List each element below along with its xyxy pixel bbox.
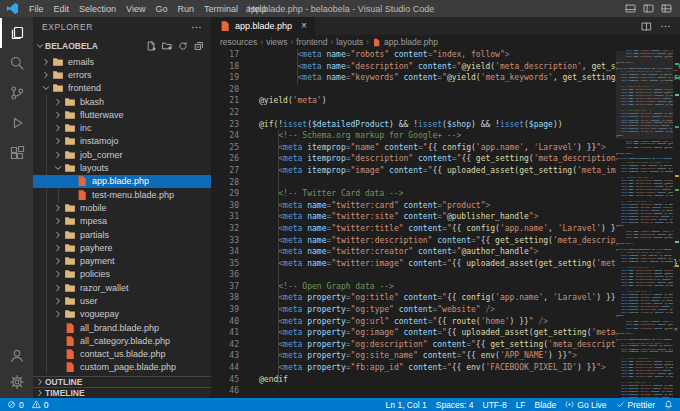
new-file-icon[interactable] [146,41,156,51]
breadcrumb-views[interactable]: views [266,37,287,47]
breadcrumb-app-blade-php[interactable]: app.blade.php [372,37,438,47]
blade-file-icon [64,335,76,346]
minimap-slider[interactable] [616,51,673,139]
overview-mark [675,189,679,191]
panel-label: TIMELINE [45,388,85,398]
overview-ruler [673,49,680,398]
status-bar: 00 Ln 1, Col 1Spaces: 4UTF-8LFBladeGo Li… [0,398,680,411]
tree-item-payhere[interactable]: payhere [33,241,211,254]
status-encoding[interactable]: UTF-8 [483,400,507,410]
status-cursor-position[interactable]: Ln 1, Col 1 [386,400,427,410]
toggle-panel-icon[interactable] [625,3,636,14]
folder-icon [64,109,76,120]
activity-extensions[interactable] [0,138,33,168]
toggle-secondary-sidebar-icon[interactable] [643,3,654,14]
activity-search[interactable] [0,48,33,78]
menu-terminal[interactable]: Terminal [199,0,243,17]
tree-item-all-brand-blade-php[interactable]: all_brand.blade.php [33,321,211,334]
activity-run-and-debug[interactable] [0,108,33,138]
breadcrumb-layouts[interactable]: layouts [336,37,363,47]
tab-app-blade-php[interactable]: app.blade.php × [211,17,315,35]
tree-item-policies[interactable]: policies [33,268,211,281]
tree-item-label: app.blade.php [92,176,149,186]
sidebar-title: EXPLORER [42,22,93,32]
blade-file-icon [76,189,88,200]
tree-item-emails[interactable]: emails [33,55,211,68]
tree-item-custom-page-blade-php[interactable]: custom_page.blade.php [33,361,211,374]
activity-accounts[interactable] [0,343,33,369]
refresh-explorer-icon[interactable] [178,41,188,51]
status-eol[interactable]: LF [516,400,526,410]
status-eol-label: LF [516,400,526,410]
tree-item-job-corner[interactable]: job_corner [33,148,211,161]
tree-item-instamojo[interactable]: instamojo [33,135,211,148]
workspace-section-header[interactable]: BELAOBELA [33,37,211,55]
status-warnings[interactable]: 0 [32,400,49,410]
tree-item-layouts[interactable]: layouts [33,161,211,174]
status-language-mode[interactable]: Blade [535,400,557,410]
split-editor-icon[interactable] [641,21,652,32]
tree-item-all-category-blade-php[interactable]: all_category.blade.php [33,334,211,347]
files-icon [9,25,25,41]
tree-item-payment[interactable]: payment [33,254,211,267]
breadcrumb-frontend[interactable]: frontend [296,37,327,47]
breadcrumb-resources[interactable]: resources [220,37,257,47]
tree-item-label: contact_us.blade.php [80,349,166,359]
menu-go[interactable]: Go [150,0,172,17]
status-errors[interactable]: 0 [7,400,24,410]
line-number: 32 [211,223,239,235]
status-go-live[interactable]: Go Live [565,400,606,410]
tree-item-inc[interactable]: inc [33,121,211,134]
breadcrumb-label: layouts [336,37,363,47]
tree-item-contact-us-blade-php[interactable]: contact_us.blade.php [33,348,211,361]
panel-outline[interactable]: OUTLINE [33,376,211,387]
tree-item-partials[interactable]: partials [33,228,211,241]
blade-file-icon [219,21,231,32]
tree-item-razor-wallet[interactable]: razor_wallet [33,281,211,294]
line-number: 46 [211,385,239,397]
chevron-right-icon [53,283,63,293]
minimap[interactable]: <meta name="robots" content="index, foll… [616,49,673,398]
more-actions-icon[interactable] [660,21,671,32]
warning-icon [32,400,41,409]
tree-item-test-menu-blade-php[interactable]: test-menu.blade.php [33,188,211,201]
menu-view[interactable]: View [121,0,150,17]
tree-item-label: flutterwave [80,110,124,120]
status-indentation[interactable]: Spaces: 4 [436,400,474,410]
explorer-sidebar: EXPLORER BELAOBELA emailserrorsfrontendb… [33,17,211,398]
tree-item-mobile[interactable]: mobile [33,201,211,214]
tree-item-label: inc [80,123,92,133]
tab-bar: app.blade.php × [211,17,680,35]
chevron-right-icon [35,388,45,398]
menu-file[interactable]: File [24,0,49,17]
status-notifications[interactable] [664,400,673,409]
bell-icon [664,400,673,409]
views-and-more-actions-icon[interactable] [191,22,202,33]
code-editor[interactable]: 1718192021222324252627282930313233343536… [211,49,680,398]
customize-layout-icon[interactable] [661,3,672,14]
menu-run[interactable]: Run [172,0,199,17]
tree-item-app-blade-php[interactable]: app.blade.php [33,175,211,188]
menu-selection[interactable]: Selection [74,0,121,17]
blade-file-icon [64,362,76,373]
activity-explorer[interactable] [0,18,33,48]
panel-timeline[interactable]: TIMELINE [33,387,211,398]
tree-item-flutterwave[interactable]: flutterwave [33,108,211,121]
breadcrumb-separator: › [366,37,369,47]
collapse-folders-icon[interactable] [194,41,204,51]
overview-mark [675,77,679,79]
tree-item-bkash[interactable]: bkash [33,95,211,108]
status-prettier-label: Prettier [628,400,655,410]
close-tab-icon[interactable]: × [301,21,307,31]
activity-manage[interactable] [0,369,33,395]
status-prettier[interactable]: Prettier [616,400,655,410]
menu-edit[interactable]: Edit [49,0,75,17]
tree-item-mpesa[interactable]: mpesa [33,215,211,228]
chevron-right-icon [53,269,63,279]
activity-source-control[interactable] [0,78,33,108]
tree-item-user[interactable]: user [33,294,211,307]
tree-item-voguepay[interactable]: voguepay [33,308,211,321]
new-folder-icon[interactable] [162,41,172,51]
tree-item-errors[interactable]: errors [33,68,211,81]
tree-item-frontend[interactable]: frontend [33,82,211,95]
